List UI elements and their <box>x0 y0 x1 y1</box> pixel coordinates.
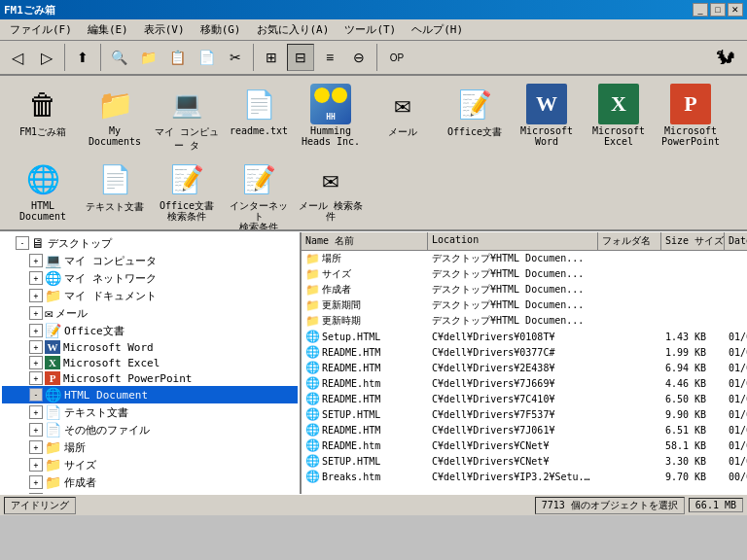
col-header-name[interactable]: Name 名前 <box>302 232 428 250</box>
tree-expand-author[interactable]: + <box>29 475 43 489</box>
tree-expand-location[interactable]: + <box>29 440 43 454</box>
tree-item-desktop[interactable]: - 🖥 デスクトップ <box>2 234 298 252</box>
up-button[interactable]: ⬆ <box>69 44 96 71</box>
tree-item-mynet[interactable]: + 🌐 マイ ネットワーク <box>2 269 298 287</box>
menu-tools[interactable]: ツール(T) <box>337 20 404 39</box>
tree-item-author[interactable]: + 📁 作成者 <box>2 473 298 491</box>
icon-mail[interactable]: ✉ メール <box>368 82 438 155</box>
menu-favorites[interactable]: お気に入り(A) <box>249 20 338 39</box>
menu-view[interactable]: 表示(V) <box>136 20 193 39</box>
view-small-button[interactable]: ⊟ <box>287 44 314 71</box>
file-row[interactable]: 📁 更新期間 デスクトップ¥HTML Documen... <box>302 298 747 313</box>
paste-button[interactable]: 📄 <box>193 44 220 71</box>
file-row[interactable]: 🌐 README.HTM C¥dell¥Drivers¥2E438¥ 6.94 … <box>302 360 747 375</box>
view-list-button[interactable]: ≡ <box>316 44 343 71</box>
tree-expand-mypc[interactable]: + <box>29 254 43 267</box>
tree-item-mydocs[interactable]: + 📁 マイ ドキュメント <box>2 287 298 304</box>
file-row[interactable]: 🌐 README.htm C¥dell¥Drivers¥CNet¥ 58.1 K… <box>302 438 747 453</box>
tree-expand-mynet[interactable]: + <box>29 271 43 285</box>
icon-officesearch[interactable]: 📝 Office文書検索条件 <box>152 157 222 231</box>
col-header-folder[interactable]: フォルダ名 <box>598 232 661 250</box>
tree-item-location[interactable]: + 📁 場所 <box>2 438 298 456</box>
search-button[interactable]: 🔍 <box>105 44 132 71</box>
status-right: 66.1 MB <box>689 498 743 512</box>
file-row[interactable]: 📁 サイズ デスクトップ¥HTML Documen... <box>302 266 747 282</box>
file-panel[interactable]: Name 名前 Location フォルダ名 Size サイズ Date 更..… <box>302 232 747 494</box>
file-row[interactable]: 🌐 Breaks.htm C¥dell¥Drivers¥IP3.2¥Setu..… <box>302 469 747 484</box>
file-row[interactable]: 🌐 SETUP.HTML C¥dell¥Drivers¥7F537¥ 9.90 … <box>302 406 747 422</box>
tree-expand-msppt[interactable]: + <box>29 371 43 385</box>
icon-fm1bin[interactable]: 🗑 FM1ごみ箱 <box>8 82 78 155</box>
minimize-button[interactable]: _ <box>693 3 708 17</box>
tree-expand-textdoc[interactable]: + <box>29 405 43 419</box>
officesearch-icon: 📝 <box>166 158 207 199</box>
file-row[interactable]: 🌐 SETUP.HTML C¥dell¥Drivers¥CNet¥ 3.30 K… <box>302 453 747 469</box>
view-large-button[interactable]: ⊞ <box>258 44 285 71</box>
back-button[interactable]: ◁ <box>4 44 31 71</box>
tree-expand-htmldoc[interactable]: - <box>29 388 43 402</box>
copy-button[interactable]: 📋 <box>163 44 191 71</box>
tree-item-updated[interactable]: + 📁 更新期間 <box>2 491 298 494</box>
tree-item-mail[interactable]: + ✉ メール <box>2 304 298 322</box>
menu-file[interactable]: ファイル(F) <box>2 20 80 39</box>
tree-item-msexcel[interactable]: + X Microsoft Excel <box>2 355 298 370</box>
icon-hummingheads[interactable]: HH HummingHeads Inc. <box>296 82 366 155</box>
view-details-button[interactable]: ⊖ <box>345 44 373 71</box>
tree-item-textdoc[interactable]: + 📄 テキスト文書 <box>2 403 298 421</box>
tree-item-otherfiles[interactable]: + 📄 その他のファイル <box>2 421 298 438</box>
tree-expand-msexcel[interactable]: + <box>29 356 43 369</box>
forward-button[interactable]: ▷ <box>33 44 60 71</box>
mailsearch-label: メール 検索条件 <box>299 200 363 222</box>
tree-expand-updated[interactable]: + <box>29 493 43 494</box>
delete-button[interactable]: ✂ <box>222 44 249 71</box>
tree-item-msppt[interactable]: + P Microsoft PowerPoint <box>2 370 298 386</box>
close-button[interactable]: ✕ <box>728 3 743 17</box>
icon-mydocs[interactable]: 📁 My Documents <box>80 82 150 155</box>
tree-icon-otherfiles: 📄 <box>45 422 61 438</box>
file-row[interactable]: 🌐 README.HTM C¥dell¥Drivers¥0377C# 1.99 … <box>302 344 747 360</box>
icon-msword[interactable]: W Microsoft Word <box>512 82 582 155</box>
col-header-date[interactable]: Date 更... <box>725 232 747 250</box>
tree-expand-officedoc[interactable]: + <box>29 324 43 337</box>
icon-msppt[interactable]: P Microsoft PowerPoint <box>656 82 726 155</box>
file-row[interactable]: 🌐 Setup.HTML C¥dell¥Drivers¥0108T¥ 1.43 … <box>302 329 747 344</box>
tree-expand-desktop[interactable]: - <box>16 236 29 250</box>
icon-mailsearch[interactable]: ✉ メール 検索条件 <box>296 157 366 231</box>
officesearch-label: Office文書検索条件 <box>160 200 214 222</box>
col-header-location[interactable]: Location <box>428 232 598 250</box>
file-row[interactable]: 📁 場所 デスクトップ¥HTML Documen... <box>302 251 747 266</box>
col-header-size[interactable]: Size サイズ <box>661 232 725 250</box>
hh-face-left <box>314 88 330 103</box>
icon-officedoc[interactable]: 📝 Office文書 <box>440 82 510 155</box>
tree-item-msword[interactable]: + W Microsoft Word <box>2 339 298 355</box>
tree-item-htmldoc[interactable]: - 🌐 HTML Document <box>2 386 298 403</box>
tree-expand-size[interactable]: + <box>29 458 43 472</box>
tree-panel[interactable]: - 🖥 デスクトップ + 💻 マイ コンピュータ + 🌐 マイ ネットワーク +… <box>0 232 302 494</box>
menu-help[interactable]: ヘルプ(H) <box>404 20 471 39</box>
file-row[interactable]: 📁 作成者 デスクトップ¥HTML Documen... <box>302 282 747 298</box>
menu-edit[interactable]: 編集(E) <box>80 20 136 39</box>
tree-item-size[interactable]: + 📁 サイズ <box>2 456 298 473</box>
file-row[interactable]: 🌐 README.htm C¥dell¥Drivers¥7J669¥ 4.46 … <box>302 375 747 391</box>
tree-expand-mydocs[interactable]: + <box>29 289 43 302</box>
tree-item-officedoc[interactable]: + 📝 Office文書 <box>2 322 298 339</box>
icon-inetsearch[interactable]: 📝 インターネット検索条件 <box>224 157 294 231</box>
maximize-button[interactable]: □ <box>710 3 726 17</box>
icon-mypc[interactable]: 💻 マイ コンピュー タ <box>152 82 222 155</box>
icon-msexcel[interactable]: X Microsoft Excel <box>584 82 654 155</box>
menu-move[interactable]: 移動(G) <box>193 20 249 39</box>
icon-readme[interactable]: 📄 readme.txt <box>224 82 294 155</box>
icon-textdoc[interactable]: 📄 テキスト文書 <box>80 157 150 231</box>
folder-button[interactable]: 📁 <box>134 44 161 71</box>
file-row[interactable]: 📁 更新時期 デスクトップ¥HTML Documen... <box>302 313 747 329</box>
op-button[interactable]: OP <box>381 44 412 71</box>
tree-item-mypc[interactable]: + 💻 マイ コンピュータ <box>2 252 298 269</box>
icon-htmldoc[interactable]: 🌐 HTML Document <box>8 157 78 231</box>
tree-expand-mail[interactable]: + <box>29 306 43 320</box>
htmldoc-icon: 🌐 <box>22 158 63 199</box>
htmldoc-label: HTML Document <box>10 200 76 222</box>
tree-expand-otherfiles[interactable]: + <box>29 423 43 437</box>
file-row[interactable]: 🌐 README.HTM C¥dell¥Drivers¥7J061¥ 6.51 … <box>302 422 747 438</box>
tree-expand-msword[interactable]: + <box>29 340 43 354</box>
file-row[interactable]: 🌐 README.HTM C¥dell¥Drivers¥7C410¥ 6.50 … <box>302 391 747 406</box>
